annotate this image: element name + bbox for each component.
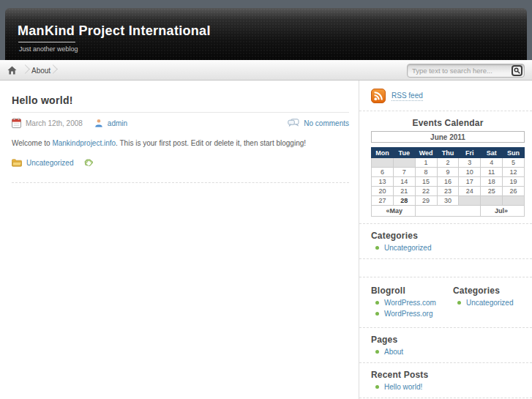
- calendar-day-header-row: MonTueWedThuFriSatSun: [372, 148, 525, 158]
- sidebar-split-row: Blogroll WordPress.comWordPress.org Cate…: [371, 284, 525, 321]
- calendar-day: 21: [393, 187, 415, 196]
- bullet-icon: [375, 385, 379, 389]
- recent-posts-list: Hello world!: [371, 383, 525, 391]
- post-body-link[interactable]: Mankindproject.info: [52, 139, 116, 147]
- calendar-day: 20: [372, 187, 394, 196]
- sidebar-link[interactable]: WordPress.com: [384, 299, 436, 307]
- calendar-day: 18: [481, 177, 503, 187]
- user-icon: [94, 119, 103, 127]
- pages-widget: Pages About: [371, 335, 525, 356]
- events-calendar: MonTueWedThuFriSatSun 123456789101112131…: [371, 147, 525, 217]
- sidebar-divider: [359, 277, 532, 277]
- bullet-icon: [375, 312, 379, 316]
- rss-widget: RSS feed: [371, 88, 525, 104]
- bullet-icon: [375, 301, 379, 305]
- sidebar-divider: [359, 327, 532, 328]
- calendar-day: 2: [437, 158, 459, 168]
- bullet-icon: [457, 301, 461, 305]
- list-item: About: [371, 348, 525, 356]
- categories2-list: Uncategorized: [453, 299, 525, 307]
- post-footer: Uncategorized: [12, 158, 349, 168]
- sidebar-link[interactable]: WordPress.org: [384, 310, 433, 318]
- calendar-day: 6: [372, 168, 394, 177]
- blogroll-widget: Blogroll WordPress.comWordPress.org: [371, 284, 453, 321]
- list-item: Uncategorized: [371, 244, 525, 252]
- post-meta-row: March 12th, 2008 admin No comments: [12, 118, 349, 128]
- sidebar-divider: [359, 111, 532, 111]
- widget-title-pages: Pages: [371, 335, 525, 345]
- author-link[interactable]: admin: [108, 119, 127, 127]
- rss-icon[interactable]: [371, 89, 386, 103]
- comments-link[interactable]: No comments: [304, 119, 349, 127]
- search-button[interactable]: [512, 65, 522, 76]
- site-title[interactable]: ManKind Project International: [18, 23, 211, 39]
- calendar-day: 22: [415, 187, 437, 196]
- post-date: March 12th, 2008: [26, 119, 83, 127]
- calendar-body: 1234567891011121314151617181920212223242…: [372, 158, 525, 206]
- categories2-widget: Categories Uncategorized: [453, 284, 525, 321]
- post-divider: [12, 182, 349, 183]
- calendar-empty-cell: [372, 158, 394, 168]
- sidebar-divider: [359, 362, 532, 363]
- calendar-day: 1: [415, 158, 437, 168]
- calendar-day: 13: [372, 177, 394, 187]
- calendar-day: 11: [481, 168, 503, 177]
- calendar-empty-cell: [459, 196, 481, 206]
- tag-icon: [83, 158, 93, 168]
- list-item: WordPress.com: [371, 299, 453, 307]
- nav-bar: About: [0, 60, 532, 81]
- widget-title-recent-posts: Recent Posts: [371, 370, 525, 380]
- category-link[interactable]: Uncategorized: [26, 159, 73, 167]
- calendar-day-header: Tue: [393, 148, 415, 158]
- calendar-footer-row: «May Jul»: [372, 206, 525, 217]
- widget-title-categories: Categories: [371, 231, 525, 241]
- home-button[interactable]: [6, 65, 18, 75]
- calendar-day: 14: [393, 177, 415, 187]
- next-month-link[interactable]: Jul»: [481, 206, 525, 217]
- post-title[interactable]: Hello world!: [12, 94, 73, 106]
- calendar-month-caption: June 2011: [371, 131, 525, 143]
- comments-icon: [288, 119, 299, 127]
- calendar-day: 8: [415, 168, 437, 177]
- list-item: Uncategorized: [453, 299, 525, 307]
- calendar-day: 26: [503, 187, 525, 196]
- sidebar-divider: [359, 398, 532, 398]
- post-body-text: . This is your first post. Edit or delet…: [116, 139, 306, 147]
- prev-month-link[interactable]: «May: [372, 206, 416, 217]
- home-icon: [7, 66, 17, 75]
- sidebar-link[interactable]: Hello world!: [384, 383, 422, 391]
- search-input[interactable]: [412, 65, 507, 76]
- sidebar-link[interactable]: Uncategorized: [384, 244, 431, 252]
- list-item: WordPress.org: [371, 310, 453, 318]
- calendar-day: 16: [437, 177, 459, 187]
- sidebar: RSS feed Events Calendar June 2011 MonTu…: [359, 81, 532, 399]
- calendar-day: 12: [503, 168, 525, 177]
- calendar-day-header: Mon: [372, 148, 394, 158]
- bullet-icon: [375, 350, 379, 354]
- calendar-empty-cell: [503, 196, 525, 206]
- calendar-day: 27: [372, 196, 394, 206]
- post-body-text: Welcome to: [12, 139, 52, 147]
- rss-feed-link[interactable]: RSS feed: [391, 92, 423, 101]
- calendar-day: 19: [503, 177, 525, 187]
- blogroll-list: WordPress.comWordPress.org: [371, 299, 453, 318]
- widget-title-blogroll: Blogroll: [371, 286, 453, 296]
- site-header: ManKind Project International Just anoth…: [5, 8, 527, 60]
- post-body: Welcome to Mankindproject.info. This is …: [12, 138, 349, 149]
- bullet-icon: [375, 246, 379, 250]
- sidebar-link[interactable]: About: [384, 348, 403, 356]
- calendar-day: 30: [437, 196, 459, 206]
- calendar-day: 23: [437, 187, 459, 196]
- calendar-widget-title: Events Calendar: [371, 118, 525, 128]
- calendar-day: 4: [481, 158, 503, 168]
- site-tagline: Just another weblog: [19, 45, 78, 53]
- nav-item-about[interactable]: About: [31, 67, 50, 75]
- title-underline: [18, 42, 75, 42]
- calendar-day: 7: [393, 168, 415, 177]
- folder-icon: [12, 159, 22, 167]
- search-icon: [514, 67, 520, 74]
- sidebar-link[interactable]: Uncategorized: [466, 299, 513, 307]
- calendar-day: 28: [393, 196, 415, 206]
- calendar-day-header: Sat: [481, 148, 503, 158]
- search-box: [407, 64, 525, 78]
